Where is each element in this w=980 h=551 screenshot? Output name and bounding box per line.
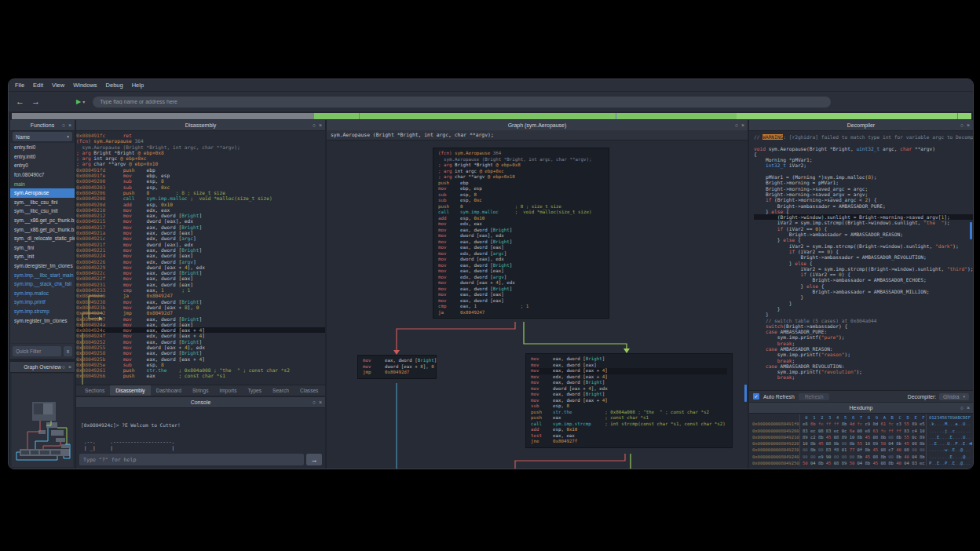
function-item[interactable]: entry0 bbox=[10, 161, 75, 170]
function-item[interactable]: sym.deregister_tm_clones bbox=[10, 261, 75, 271]
tab-types[interactable]: Types bbox=[242, 385, 267, 396]
code-line[interactable]: 0x08049200 sub esp, 8 bbox=[76, 178, 325, 184]
code-line[interactable]: // switch table (5 cases) at 0x804a044 bbox=[754, 318, 973, 323]
code-line[interactable]: mov edx, dword [eax + 4] bbox=[531, 374, 727, 381]
code-line[interactable]: if (Bright->morning->saved_argc < 2) { bbox=[754, 197, 973, 203]
float-icon[interactable]: ○ bbox=[313, 122, 316, 128]
code-line[interactable]: mov eax, dword [Bright] bbox=[438, 263, 604, 269]
memory-map-strip[interactable] bbox=[12, 113, 971, 119]
code-line[interactable]: 0x080491fd push ebp bbox=[76, 167, 325, 173]
menu-item-file[interactable]: File bbox=[15, 82, 24, 89]
code-line[interactable]: 0x0804920d add esp, 0x10 bbox=[76, 202, 325, 207]
code-line[interactable]: 0x08049212 mov eax, dword [Bright] bbox=[76, 213, 325, 218]
close-icon[interactable]: × bbox=[319, 122, 322, 128]
code-line[interactable]: Bright->morning->saved_argc = argc; bbox=[754, 186, 973, 192]
code-line[interactable]: mov eax, dword [eax] bbox=[438, 298, 604, 305]
graph-node-entry[interactable]: (fcn) sym.Aeropause 364 sym.Aeropause (B… bbox=[433, 148, 609, 319]
code-line[interactable]: { bbox=[754, 151, 973, 157]
hexdump-row[interactable]: 0x000000000804924000 00 e9 90 00 00 00 8… bbox=[749, 454, 973, 460]
tab-dashboard[interactable]: Dashboard bbox=[151, 385, 187, 396]
code-line[interactable]: 0x08049242 jmp 0x80492d7 bbox=[76, 310, 325, 316]
graph-overview-minimap[interactable] bbox=[12, 374, 73, 467]
auto-refresh-checkbox[interactable]: ✓ bbox=[753, 393, 759, 400]
code-line[interactable]: sub esp, 0xc bbox=[438, 198, 604, 204]
code-line[interactable]: break; bbox=[754, 341, 973, 346]
code-line[interactable] bbox=[754, 140, 973, 145]
code-line[interactable]: if (iVar2 == 0) { bbox=[754, 249, 973, 254]
code-line[interactable]: (fcn) sym.Aeropause 364 bbox=[76, 138, 325, 144]
function-item[interactable]: entry.init0 bbox=[10, 152, 75, 162]
menu-item-help[interactable]: Help bbox=[132, 82, 144, 89]
code-line[interactable]: pMVar1 = (Morning *)sym.imp.malloc(8); bbox=[754, 174, 973, 180]
code-line[interactable]: ; arg int argc @ ebp+0xc bbox=[438, 169, 604, 175]
code-line[interactable]: Bright->ambassador = AMBASSADOR_REVOLUTI… bbox=[754, 254, 973, 260]
code-line[interactable]: add esp, 0x10 bbox=[438, 216, 604, 222]
menu-item-edit[interactable]: Edit bbox=[33, 82, 43, 89]
function-item[interactable]: sym.imp.strcmp bbox=[10, 307, 75, 316]
hexdump-row[interactable]: 0x000000000804920083 ec 08 83 ec 0c 6a 0… bbox=[749, 428, 973, 434]
console-titlebar[interactable]: Console ○ × bbox=[76, 397, 325, 408]
graph-node-false-branch[interactable]: mov eax, dword [Bright]mov dword [eax + … bbox=[357, 355, 437, 379]
code-line[interactable]: mov eax, dword [eax] bbox=[531, 363, 727, 369]
function-item[interactable]: entry.fini0 bbox=[10, 143, 75, 152]
code-line[interactable]: 0x08049238 mov eax, dword [Bright] bbox=[76, 299, 325, 305]
code-line[interactable]: 0x0804921a mov eax, dword [eax] bbox=[76, 230, 325, 235]
code-line[interactable]: 0x08049226 mov edx, dword [argv] bbox=[76, 259, 325, 265]
graph-overview-titlebar[interactable]: Graph Overview ○ × bbox=[10, 362, 75, 373]
code-line[interactable]: 0x08049231 mov eax, dword [eax] bbox=[76, 282, 325, 287]
code-line[interactable]: mov eax, dword [eax + 4] bbox=[531, 398, 727, 404]
code-line[interactable]: 0x080491fe mov ebp, esp bbox=[76, 173, 325, 178]
function-item[interactable]: sym.imp.__stack_chk_fail bbox=[10, 279, 75, 289]
function-item[interactable]: sym._init bbox=[10, 252, 75, 261]
code-line[interactable]: mov eax, dword [eax] bbox=[438, 245, 604, 251]
omnibar-input[interactable] bbox=[93, 97, 831, 108]
code-line[interactable]: mov eax, dword [eax + 4] bbox=[531, 368, 727, 374]
hexdump-titlebar[interactable]: Hexdump ○ × bbox=[749, 403, 973, 414]
function-item[interactable]: sym.__x86.get_pc_thunk.bp bbox=[10, 216, 75, 225]
tab-disassembly[interactable]: Disassembly bbox=[110, 385, 150, 396]
code-line[interactable]: sub esp, 8 bbox=[438, 192, 604, 199]
code-line[interactable]: mov edx, eax bbox=[438, 221, 604, 228]
hexdump-row[interactable]: 0x00000000080491f0e8 6b fe ff ff 8b 4d f… bbox=[749, 421, 973, 427]
code-line[interactable]: push str.the ; 0x804a008 ; "the " ; cons… bbox=[531, 410, 727, 416]
code-line[interactable]: ; arg char **argv @ ebp+0x10 bbox=[76, 161, 325, 166]
console-send-button[interactable]: → bbox=[306, 454, 322, 465]
code-line[interactable]: mov dword [eax + 4], edx bbox=[531, 386, 727, 392]
code-line[interactable]: push ebp bbox=[438, 181, 604, 187]
code-line[interactable]: } bbox=[754, 301, 973, 306]
code-line[interactable]: 0x0804923b mov dword [eax + 8], 0 bbox=[76, 305, 325, 310]
graph-node-true-branch[interactable]: mov eax, dword [Bright]mov eax, dword [e… bbox=[525, 353, 733, 448]
code-line[interactable]: add esp, 0x10 bbox=[531, 427, 727, 433]
code-line[interactable]: sym.Aeropause (Bright *Bright, int argc,… bbox=[438, 157, 604, 163]
code-line[interactable]: cmp eax, 1 ; 1 bbox=[438, 304, 604, 310]
code-line[interactable]: // WARNING: [r2ghidra] failed to match t… bbox=[754, 134, 973, 140]
tab-search[interactable]: Search bbox=[267, 385, 294, 396]
code-line[interactable]: 0x0804922f mov eax, dword [eax] bbox=[76, 276, 325, 281]
tab-imports[interactable]: Imports bbox=[214, 385, 242, 396]
function-item[interactable]: sym.imp.__libc_start_main bbox=[10, 270, 75, 279]
code-line[interactable]: switch(Bright->ambassador) { bbox=[754, 323, 973, 329]
code-line[interactable]: mov dword [eax + 8], 0 bbox=[363, 364, 431, 370]
function-item[interactable]: sym.__libc_csu_init bbox=[10, 206, 75, 216]
close-icon[interactable]: × bbox=[967, 405, 970, 411]
code-line[interactable]: case AMBASSADOR_REASON: bbox=[754, 346, 973, 352]
code-line[interactable]: Bright->ambassador = AMBASSADOR_PURE; bbox=[754, 203, 973, 209]
float-icon[interactable]: ○ bbox=[313, 400, 316, 405]
code-line[interactable]: 0x08049206 push 8 ; 8 ; size_t size bbox=[76, 190, 325, 195]
functions-sort-combo[interactable]: Name ▾ bbox=[13, 132, 72, 141]
code-line[interactable]: break; bbox=[754, 374, 973, 380]
code-line[interactable]: test eax, eax bbox=[531, 433, 727, 440]
function-item[interactable]: sym.imp.printf bbox=[10, 297, 75, 307]
close-icon[interactable]: × bbox=[741, 122, 744, 128]
code-line[interactable]: 0x08049215 mov dword [eax], edx bbox=[76, 218, 325, 224]
code-line[interactable]: ; arg Bright *Bright @ ebp+0x8 bbox=[438, 162, 604, 169]
code-line[interactable]: (fcn) sym.Aeropause 364 bbox=[438, 151, 604, 157]
code-line[interactable]: } bbox=[754, 306, 973, 312]
code-line[interactable]: 0x08049266 push eax ; const char *s1 bbox=[76, 373, 325, 378]
quick-filter-clear-button[interactable]: x bbox=[64, 346, 72, 356]
float-icon[interactable]: ○ bbox=[960, 122, 964, 128]
code-line[interactable]: 0x08049255 mov dword [eax + 4], edx bbox=[76, 345, 325, 350]
function-item[interactable]: fcn.080490c7 bbox=[10, 170, 75, 180]
code-line[interactable]: } else { bbox=[754, 261, 973, 266]
float-icon[interactable]: ○ bbox=[735, 122, 738, 128]
